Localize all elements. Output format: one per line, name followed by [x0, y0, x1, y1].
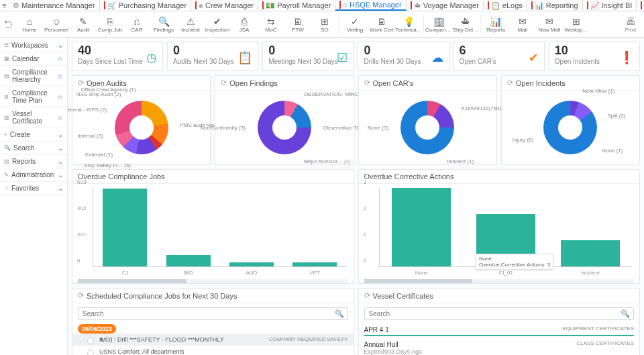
toolbar-new-mail-button[interactable]: ✉New Mail: [536, 15, 563, 34]
toolbar-companies-button[interactable]: 🏢Companies: [425, 15, 452, 34]
y-tick: 2: [364, 205, 366, 211]
sidebar-compliance-time-plan[interactable]: 🗎Compliance Time Plan☆: [0, 87, 67, 107]
toolbar-inspection-button[interactable]: ✔Inspection: [204, 15, 231, 34]
donut-chart[interactable]: [400, 101, 454, 154]
sidebar-workspaces[interactable]: ☰Workspaces⌄: [0, 39, 67, 52]
open-cars-card: ⟳Open CAR's A16548132(7901) (2)Incident …: [358, 75, 497, 165]
search-icon[interactable]: 🔍: [335, 309, 344, 318]
chevron-down-icon: ⌄: [58, 171, 63, 179]
nav-tab-voyage-manager[interactable]: ⛴Voyage Manager: [407, 0, 484, 11]
refresh-icon[interactable]: ⟳: [221, 79, 227, 87]
bar[interactable]: [229, 262, 274, 266]
horizontal-scrollbar[interactable]: [78, 279, 348, 283]
refresh-icon[interactable]: ⟳: [507, 79, 513, 87]
bar[interactable]: [166, 255, 211, 266]
refresh-icon[interactable]: ⟳: [364, 79, 370, 87]
cursor-icon: ↖: [99, 336, 105, 344]
nav-tab-hsqe-manager[interactable]: ○HSQE Manager: [335, 0, 406, 11]
sidebar-administration[interactable]: ✎Administration⌄: [0, 168, 67, 182]
bar[interactable]: [561, 240, 620, 266]
donut-slice-label: None (3): [368, 125, 388, 131]
print-icon: 🖶: [617, 16, 644, 27]
donut-chart[interactable]: [258, 101, 311, 154]
favorite-star-icon[interactable]: ☆: [57, 55, 63, 62]
donut-slice-label: Incident (1): [447, 158, 474, 164]
donut-slice-label: Ship Safety In… (3): [84, 162, 131, 168]
kpi-meetings-next-days[interactable]: 0Meetings Next 30 Days☑: [262, 42, 354, 71]
sidebar-favorites[interactable]: ☆Favorites⌄: [0, 182, 67, 195]
sidebar-search[interactable]: 🔍Search⌄: [0, 142, 67, 155]
scheduled-job-row[interactable]: ↖IMD) : Drill ***SAFETY - FLOOD ***MONTH…: [72, 334, 354, 346]
toolbar-technical--button[interactable]: 💡Technical…: [395, 15, 422, 34]
toolbar-reports-button[interactable]: 📊Reports: [482, 15, 509, 34]
toolbar-incident-button[interactable]: ⚠Incident: [177, 15, 204, 34]
kpi-days-since-lost-time[interactable]: 40Days Since Lost Time◷: [72, 42, 163, 71]
donut-slice-label: Spill (2): [608, 113, 626, 119]
nav-tab-maintenance-manager[interactable]: ⚙Maintenance Manager: [9, 0, 99, 11]
kpi-audits-next-days[interactable]: 0Audits Next 30 Days📋: [167, 42, 258, 71]
bar[interactable]: [103, 189, 147, 266]
kpi-icon: 📋: [237, 50, 252, 65]
timeline-dot: [87, 338, 94, 344]
nav-tab-interfaces[interactable]: ⇄Interfaces: [637, 0, 644, 11]
card-title: Open CAR's: [373, 79, 414, 87]
nav-tab-crew-manager[interactable]: ⎈Crew Manager: [191, 0, 258, 11]
sidebar-calendar[interactable]: ▦Calendar☆: [0, 52, 67, 66]
nav-tab-reporting[interactable]: 📊Reporting: [527, 0, 583, 11]
donut-slice-label: None (1): [602, 148, 623, 154]
favorite-star-icon[interactable]: ☆: [57, 93, 63, 101]
search-input[interactable]: [364, 307, 635, 320]
donut-chart[interactable]: [543, 101, 597, 154]
toolbar-audit-button[interactable]: ✎Audit: [70, 15, 97, 34]
sidebar-reports[interactable]: ▤Reports⌄: [0, 155, 67, 168]
toolbar-jsa-button[interactable]: ⎙JSA: [231, 15, 258, 34]
donut-chart[interactable]: [115, 101, 168, 154]
bar[interactable]: [392, 188, 451, 266]
sidebar-create[interactable]: +Create⌄: [0, 128, 67, 142]
toolbar-mail-button[interactable]: ✉Mail: [509, 15, 536, 34]
favorite-star-icon[interactable]: ☆: [57, 72, 63, 80]
bar[interactable]: [292, 262, 337, 266]
certificate-row[interactable]: APR 4 1EQUIPMENT CERTIFICATES: [364, 324, 635, 336]
toolbar-personnel-button[interactable]: ☺Personnel: [43, 15, 70, 34]
scheduled-job-row[interactable]: USNS Comfort: All departments: [72, 346, 354, 355]
toolbar-home-button[interactable]: ⌂Home: [16, 15, 43, 34]
toolbar-so-button[interactable]: ⊞SO: [311, 15, 338, 34]
kpi-drills-next-days[interactable]: 0Drills Next 30 Days☁: [358, 42, 449, 71]
favorite-star-icon[interactable]: ☆: [57, 114, 63, 121]
toolbar-ship-det--button[interactable]: ⛴Ship Det…: [452, 15, 479, 34]
print-button[interactable]: 🖶 Print: [617, 16, 644, 33]
toolbar-vetting-button[interactable]: ✓Vetting: [341, 15, 368, 34]
nav-tab-elogs[interactable]: 📋eLogs: [484, 0, 527, 11]
nav-tab-insight-bi[interactable]: 📈Insight BI: [583, 0, 637, 11]
kpi-open-incidents[interactable]: 10Open Incidents❗: [549, 42, 640, 71]
sidebar-compliance-hierarchy[interactable]: ▤Compliance Hierarchy☆: [0, 66, 67, 87]
kpi-icon: ☁: [431, 50, 443, 65]
nav-tab-purchasing-manager[interactable]: 🛒Purchasing Manager: [100, 0, 192, 11]
vessel-certificates-card: ⟳Vessel Certificates 🔍 APR 4 1EQUIPMENT …: [358, 288, 641, 355]
toolbar-comp-job-button[interactable]: ⎘Comp.Job: [97, 15, 123, 34]
certificate-row[interactable]: Annual HullCLASS CERTIFICATESExpired903 …: [364, 339, 635, 355]
search-input[interactable]: [78, 307, 348, 320]
back-icon[interactable]: ⮌: [0, 19, 16, 30]
toolbar-car-button[interactable]: ⎌CAR: [123, 15, 150, 34]
x-label: None: [415, 270, 428, 276]
card-title: Overdue Corrective Actions: [364, 172, 454, 181]
toolbar-work-cert-button[interactable]: 🗎Work Cert: [368, 15, 395, 34]
toolbar-findings-button[interactable]: 🔍Findings: [150, 15, 177, 34]
refresh-icon[interactable]: ⟳: [78, 291, 84, 300]
kpi-row: 40Days Since Lost Time◷0Audits Next 30 D…: [68, 38, 644, 75]
kpi-open-car-s[interactable]: 6Open CAR's✔: [453, 42, 545, 71]
nav-tab-payroll-manager[interactable]: 💵Payroll Manager: [258, 0, 335, 11]
menu-icon[interactable]: ≡: [0, 1, 9, 9]
bar-row: Overdue Compliance Jobs 0201402603CJIMDA…: [68, 169, 644, 288]
horizontal-scrollbar[interactable]: [364, 279, 635, 283]
top-nav-bar: ≡ ⚙Maintenance Manager🛒Purchasing Manage…: [0, 0, 644, 11]
toolbar-moc-button[interactable]: ⇆MoC: [258, 15, 284, 34]
sidebar-vessel-certificate[interactable]: ▥Vessel Certificate☆: [0, 107, 67, 128]
search-icon[interactable]: 🔍: [621, 309, 630, 318]
toolbar-ptw-button[interactable]: 🗎PTW: [284, 15, 311, 34]
refresh-icon[interactable]: ⟳: [364, 291, 370, 300]
toolbar-worksp--button[interactable]: ⊞Worksp…: [563, 15, 590, 34]
x-label: IMD: [183, 270, 193, 276]
